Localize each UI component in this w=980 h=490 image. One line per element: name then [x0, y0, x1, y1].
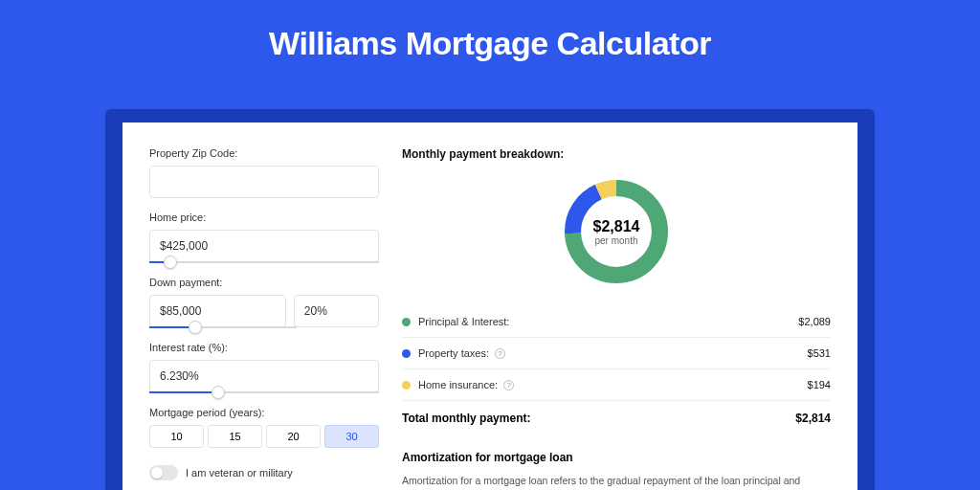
legend-dot-icon: [402, 381, 411, 390]
price-slider-thumb[interactable]: [164, 256, 177, 269]
breakdown-title: Monthly payment breakdown:: [402, 147, 831, 161]
amortization-title: Amortization for mortgage loan: [402, 451, 831, 464]
info-icon[interactable]: ?: [503, 380, 514, 390]
dp-slider-thumb[interactable]: [189, 321, 202, 334]
period-option-30[interactable]: 30: [324, 425, 379, 448]
donut-amount: $2,814: [593, 218, 640, 235]
legend-row: Home insurance:?$194: [402, 369, 831, 401]
price-label: Home price:: [149, 212, 379, 223]
zip-label: Property Zip Code:: [149, 147, 379, 159]
period-field-group: Mortgage period (years): 10152030: [149, 407, 379, 448]
breakdown-column: Monthly payment breakdown: $2,814 per mo…: [402, 147, 831, 490]
donut-sublabel: per month: [594, 235, 637, 246]
price-slider[interactable]: [149, 261, 379, 263]
dp-slider[interactable]: [149, 326, 297, 328]
dp-amount-input[interactable]: [149, 295, 286, 327]
zip-input[interactable]: [149, 166, 379, 198]
legend-dot-icon: [402, 318, 411, 326]
calculator-card: Property Zip Code: Home price: Down paym…: [122, 122, 858, 490]
legend-label: Home insurance:: [418, 379, 498, 390]
period-option-10[interactable]: 10: [149, 425, 204, 448]
price-field-group: Home price:: [149, 212, 379, 263]
total-label: Total monthly payment:: [402, 412, 530, 425]
rate-slider-fill: [149, 391, 218, 393]
donut-chart: $2,814 per month: [559, 174, 674, 289]
amortization-text: Amortization for a mortgage loan refers …: [402, 474, 831, 490]
legend-value: $194: [808, 379, 831, 390]
legend-label: Principal & Interest:: [418, 316, 509, 327]
rate-slider[interactable]: [149, 391, 379, 393]
rate-input[interactable]: [149, 360, 379, 392]
dp-field-group: Down payment:: [149, 277, 379, 328]
period-option-20[interactable]: 20: [266, 425, 321, 448]
veteran-toggle[interactable]: [149, 465, 178, 480]
legend-value: $2,089: [798, 316, 831, 327]
form-column: Property Zip Code: Home price: Down paym…: [149, 147, 379, 490]
legend-value: $531: [808, 347, 831, 359]
donut-chart-wrap: $2,814 per month: [402, 174, 831, 289]
veteran-toggle-row: I am veteran or military: [149, 465, 379, 480]
legend-row: Principal & Interest:$2,089: [402, 306, 831, 338]
dp-percent-input[interactable]: [294, 295, 379, 327]
total-row: Total monthly payment: $2,814: [402, 401, 831, 437]
veteran-label: I am veteran or military: [186, 467, 293, 479]
period-option-15[interactable]: 15: [208, 425, 262, 448]
rate-field-group: Interest rate (%):: [149, 342, 379, 393]
info-icon[interactable]: ?: [495, 348, 505, 359]
period-label: Mortgage period (years):: [149, 407, 379, 418]
legend-row: Property taxes:?$531: [402, 338, 831, 369]
rate-slider-thumb[interactable]: [212, 386, 225, 399]
page-title: Williams Mortgage Calculator: [0, 0, 980, 83]
legend-dot-icon: [402, 349, 411, 358]
price-input[interactable]: [149, 230, 379, 262]
zip-field-group: Property Zip Code:: [149, 147, 379, 198]
dp-label: Down payment:: [149, 277, 379, 288]
rate-label: Interest rate (%):: [149, 342, 379, 353]
total-value: $2,814: [795, 412, 831, 425]
legend-label: Property taxes:: [418, 347, 489, 359]
